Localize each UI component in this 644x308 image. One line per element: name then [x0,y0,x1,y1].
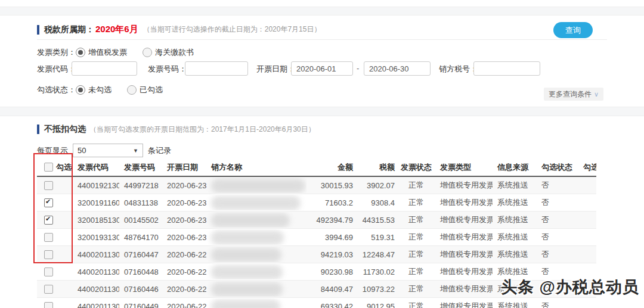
radio-selected-icon[interactable] [76,85,85,95]
table-row: 3200191160 04831138 2020-06-23 71603.2 9… [37,194,596,211]
row-check-cell [37,267,73,276]
cell-check-status: 否 [537,266,578,277]
invoice-number-input[interactable] [185,61,248,76]
cell-tax: 519.31 [355,233,397,242]
cell-invoice-date: 2020-06-22 [162,302,206,308]
radio-checked-status-label: 已勾选 [140,85,163,95]
radio-unselected-icon[interactable] [143,48,152,57]
cell-amount: 90230.98 [306,267,355,276]
nondeduct-range-note: （当期可勾选发票的开票日期范围为：2017年1月1日-2020年6月30日） [89,125,315,135]
nondeduct-section-header: 不抵扣勾选 （当期可勾选发票的开票日期范围为：2017年1月1日-2020年6月… [37,124,315,135]
table-row: 4400201130 07160447 2020-06-22 94219.03 … [37,246,596,263]
row-check-cell [37,285,73,294]
radio-checked-status[interactable]: 已勾选 [127,85,163,95]
cell-invoice-type: 增值税专用发票 [435,284,493,294]
cell-tax: 11730.02 [355,267,397,276]
radio-unchecked-status[interactable]: 未勾选 [76,85,112,95]
row-checkbox[interactable] [44,302,53,308]
cell-check-status: 否 [537,197,578,208]
row-check-cell [37,250,73,259]
radio-selected-icon[interactable] [76,48,85,57]
header-tax: 税额 [355,162,397,173]
table-row: 4400201130 07160449 2020-06-22 69330.42 … [37,298,596,308]
redacted-seller-name [211,248,281,262]
cell-invoice-type: 增值税专用发票 [435,214,493,225]
chevron-down-icon: ▼ [133,148,138,154]
radio-vat-invoice[interactable]: 增值税发票 [76,47,127,58]
cell-invoice-date: 2020-06-22 [162,250,206,259]
header-amount: 金额 [306,162,355,173]
period-section-header: 税款所属期： 2020年6月 （当期可进行勾选操作的截止日期为：2020年7月1… [37,24,321,35]
row-checkbox[interactable] [44,267,53,276]
cell-invoice-status: 正常 [397,232,435,242]
query-button[interactable]: 查询 [553,22,593,38]
check-status-label: 勾选状态： [37,85,76,95]
row-checkbox[interactable] [44,198,53,207]
header-check-label: 勾选 [56,162,72,173]
cell-seller-name [206,212,306,228]
section-divider [37,39,607,40]
select-all-checkbox[interactable] [44,163,53,172]
invoice-code-input[interactable] [72,61,137,76]
row-check-cell [37,198,73,207]
check-status-row: 勾选状态： 未勾选 已勾选 [37,85,178,95]
table-row: 3200185130 00145502 2020-06-23 492394.79… [37,211,596,229]
page-size-value: 50 [78,146,86,155]
header-check-time: 勾选时间 [578,162,596,173]
period-title: 税款所属期： [44,24,94,35]
table-header-row: 勾选 发票代码 发票号码 开票日期 销方名称 金额 税额 发票状态 发票类型 信… [37,158,596,177]
redacted-seller-name [211,213,290,228]
cell-check-status: 否 [537,249,578,260]
page-size-row: 每页显示 50 ▼ 条记录 [37,144,171,157]
invoice-code-label: 发票代码： [37,64,76,74]
cell-amount: 84409.47 [306,285,355,294]
header-invoice-number: 发票号码 [119,162,162,173]
cell-seller-name [206,229,306,245]
cell-invoice-status: 正常 [397,214,435,225]
radio-customs-payment[interactable]: 海关缴款书 [143,47,194,58]
cell-invoice-number: 07160449 [119,302,162,308]
cell-invoice-code: 3200191160 [73,198,119,207]
invoice-date-from-input[interactable] [291,61,353,76]
chevron-down-icon: ∨ [594,91,599,98]
radio-vat-invoice-label: 增值税发票 [88,47,127,58]
more-query-conditions-label: 更多查询条件 [549,89,592,99]
cell-tax: 3902.07 [355,181,397,190]
invoice-category-row: 发票类别： 增值税发票 海关缴款书 [37,47,209,58]
cell-info-source: 系统推送 [493,197,537,208]
table-row: 3200193130 48764170 2020-06-23 3994.69 5… [37,229,596,246]
cell-check-status: 否 [537,180,578,191]
header-check-cell: 勾选 [37,162,73,173]
period-value: 2020年6月 [95,24,138,35]
cell-info-source: 系统推送 [493,232,537,242]
cell-invoice-status: 正常 [397,180,435,191]
cell-seller-name [206,281,306,297]
cell-invoice-date: 2020-06-23 [162,198,206,207]
cell-invoice-code: 4400201130 [73,267,119,276]
redacted-seller-name [211,265,283,279]
cell-seller-name [206,178,306,193]
invoice-date-to-input[interactable] [364,61,431,76]
more-query-conditions-link[interactable]: 更多查询条件 ∨ [544,88,603,101]
cell-invoice-type: 增值税专用发票 [435,301,493,308]
cell-invoice-code: 4400201130 [73,302,119,308]
row-checkbox[interactable] [44,233,53,242]
seller-tax-id-input[interactable] [473,61,540,76]
header-invoice-type: 发票类型 [435,162,493,173]
header-seller-name: 销方名称 [206,162,306,173]
page-size-select[interactable]: 50 ▼ [73,144,143,157]
cell-invoice-number: 04831138 [119,198,162,207]
cell-invoice-type: 增值税专用发票 [435,249,493,260]
cell-info-source: 系统推送 [493,301,537,308]
cell-info-source: 系统推送 [493,249,537,260]
row-checkbox[interactable] [44,216,53,225]
row-checkbox[interactable] [44,250,53,259]
cell-seller-name [206,298,306,308]
watermark: 头条 @办税总动员 [501,276,639,298]
row-checkbox[interactable] [44,285,53,294]
row-checkbox[interactable] [44,181,53,190]
cell-invoice-status: 正常 [397,197,435,208]
cell-tax: 12248.47 [355,250,397,259]
top-divider-band [0,7,644,15]
radio-unselected-icon[interactable] [127,85,137,95]
